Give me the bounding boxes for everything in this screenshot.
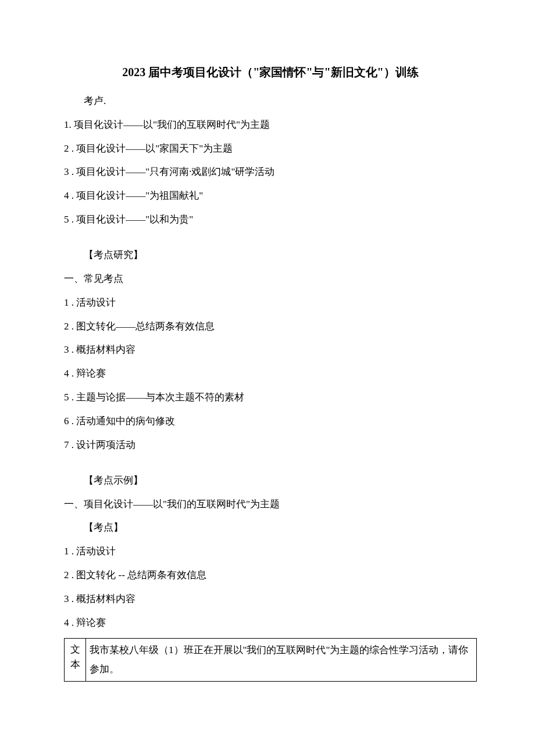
list-item: 3 . 概括材料内容 xyxy=(64,338,477,362)
table-text-cell: 我市某校八年级（1）班正在开展以"我们的互联网时代"为主题的综合性学习活动，请你… xyxy=(86,639,477,682)
spacer xyxy=(64,457,477,468)
list-item: 7 . 设计两项活动 xyxy=(64,433,477,457)
list-item: 1 . 活动设计 xyxy=(64,540,477,564)
label-char: 本 xyxy=(67,657,83,672)
list-item: 2 . 图文转化 -- 总结两条有效信息 xyxy=(64,564,477,587)
label-char: 文 xyxy=(67,642,83,657)
kaodian-shili-heading: 【考点示例】 xyxy=(64,469,477,493)
list-item: 4 . 辩论赛 xyxy=(64,362,477,386)
table-label-cell: 文 本 xyxy=(65,639,86,682)
section-themes: 1. 项目化设计——以"我们的互联网时代"为主题 2 . 项目化设计——以"家国… xyxy=(64,113,477,232)
list-item: 2 . 图文转化——总结两条有效信息 xyxy=(64,315,477,339)
list-item: 4 . 项目化设计——"为祖国献礼" xyxy=(64,184,477,208)
list-item: 1 . 活动设计 xyxy=(64,291,477,315)
list-item: 6 . 活动通知中的病句修改 xyxy=(64,410,477,433)
list-item: 1. 项目化设计——以"我们的互联网时代"为主题 xyxy=(64,113,477,137)
common-kaodian-list: 1 . 活动设计 2 . 图文转化——总结两条有效信息 3 . 概括材料内容 4… xyxy=(64,291,477,457)
common-kaodian-label: 一、常见考点 xyxy=(64,267,477,291)
kaodian-label: 【考点】 xyxy=(64,516,477,540)
kaodian-yanjiu-heading: 【考点研究】 xyxy=(64,243,477,267)
kaolu-label: 考卢. xyxy=(64,89,477,113)
list-item: 3 . 项目化设计——"只有河南·戏剧幻城"研学活动 xyxy=(64,160,477,184)
document-title: 2023 届中考项目化设计（"家国情怀"与"新旧文化"）训练 xyxy=(64,58,477,86)
document-page: 2023 届中考项目化设计（"家国情怀"与"新旧文化"）训练 考卢. 1. 项目… xyxy=(0,0,535,756)
spacer xyxy=(64,232,477,243)
list-item: 4 . 辩论赛 xyxy=(64,611,477,635)
example-kaodian-list: 1 . 活动设计 2 . 图文转化 -- 总结两条有效信息 3 . 概括材料内容… xyxy=(64,540,477,635)
list-item: 3 . 概括材料内容 xyxy=(64,587,477,611)
list-item: 5 . 项目化设计——"以和为贵" xyxy=(64,208,477,232)
content-table: 文 本 我市某校八年级（1）班正在开展以"我们的互联网时代"为主题的综合性学习活… xyxy=(64,638,477,682)
list-item: 2 . 项目化设计——以"家国天下"为主题 xyxy=(64,137,477,161)
list-item: 5 . 主题与论据——与本次主题不符的素材 xyxy=(64,386,477,410)
example-title: 一、项目化设计——以"我们的互联网时代"为主题 xyxy=(64,493,477,517)
